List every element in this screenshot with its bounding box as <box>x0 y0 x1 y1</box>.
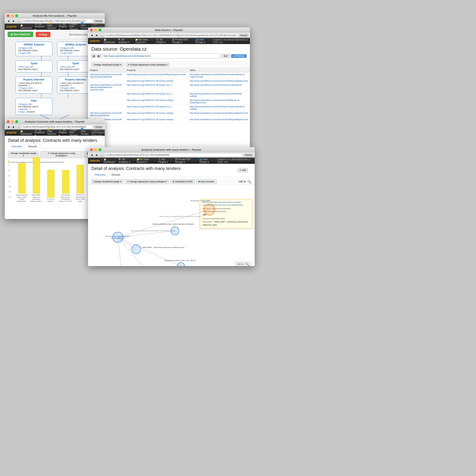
url-input-win2[interactable] <box>105 33 238 37</box>
home-button-win4[interactable]: ⌂ <box>100 153 104 157</box>
url-input-win4[interactable] <box>105 153 243 157</box>
home-button-win1[interactable]: ⌂ <box>17 19 21 23</box>
table-link-property[interactable]: http://www.w3.org/1999/02/22-rdf-syntax-… <box>127 105 172 108</box>
nav-datasources-win2[interactable]: 📁 My Data Sources ▾ <box>135 38 153 44</box>
pipeline-box-propsel1[interactable]: Property Selection • Select type and lab… <box>16 77 52 94</box>
pipeline-box-filter[interactable]: Filter • Property URI : http://dbpedia.o… <box>16 98 52 115</box>
graph-node-hub[interactable]: http://purl.org/procurement/public-contr… <box>112 232 123 243</box>
nav-usergroups-win1[interactable]: 👥 User Groups ▾ <box>81 21 88 32</box>
table-link-value[interactable]: http://www.openlinksw.com/schemas/virtrd… <box>190 80 248 82</box>
datasource-go-button[interactable]: Go! <box>221 54 230 58</box>
tab-results-win4[interactable]: Results <box>108 172 123 177</box>
reload-button-win2[interactable]: Reload <box>239 33 249 37</box>
bar[interactable] <box>47 170 55 198</box>
minimize-button-win3[interactable] <box>11 120 14 123</box>
back-button-win3[interactable]: ◀ <box>6 125 11 129</box>
maximize-button-win1[interactable] <box>15 14 18 17</box>
maximize-button-win4[interactable] <box>99 148 102 151</box>
graph-node-4[interactable] <box>177 262 185 266</box>
minimize-button-win4[interactable] <box>94 148 97 151</box>
nav-analyses-win3[interactable]: 🔍 My Analyses ▾ <box>35 129 45 136</box>
nav-dashboard-win2[interactable]: 🏠 Dashboard <box>103 38 115 44</box>
home-button-win2[interactable]: ⌂ <box>100 33 104 37</box>
minimize-button-win2[interactable] <box>94 29 97 32</box>
table-link-value[interactable]: http://www.openlinksw.com/schemas/virtrd… <box>190 99 240 104</box>
nav-dashboard-win3[interactable]: 🏠 Dashboard <box>20 130 32 135</box>
table-link-subject[interactable]: http://www.openlinksw.com/virtrdf-data-f… <box>90 112 122 117</box>
appearance-btn-win4[interactable]: ✦ Change appearance using ontologies ▾ <box>125 179 169 184</box>
nav-plugins-win1[interactable]: 🔌 My Plugins ▾ <box>59 23 67 31</box>
table-link-property[interactable]: http://www.w3.org/1999/02/22-rdf-syntax-… <box>127 112 173 114</box>
nav-rdf-win3[interactable]: 🗄 Private RDF Storage ▾ <box>69 126 78 139</box>
nav-rdf-win1[interactable]: 🗄 Private RDF Storage ▾ <box>69 20 78 33</box>
pipeline-box-typed1[interactable]: Typed • RDF Type URI : http://dbpedia.or… <box>16 60 52 72</box>
table-link-property[interactable]: http://www.w3.org/1999/02/22-rdf-syntax-… <box>127 118 173 121</box>
nav-analyses-win2[interactable]: 🔍 My Analyses ▾ <box>118 38 132 44</box>
nav-analyses-win1[interactable]: 🔍 My Analyses ▾ <box>35 23 45 31</box>
table-link-subject[interactable]: http://www.openlinksw.com/virtrdf-data-f… <box>90 84 122 91</box>
table-link-value[interactable]: http://www.openlinksw.com/schemas/virtrd… <box>190 112 248 114</box>
maximize-button-win2[interactable] <box>99 29 102 32</box>
table-link-value[interactable]: http://www.openlinksw.com/schemas/virtrd… <box>190 118 248 121</box>
back-button-win2[interactable]: ◀ <box>89 33 94 37</box>
table-link-property[interactable]: http://www.w3.org/1999/02/22-rdf-syntax-… <box>127 93 172 95</box>
table-link-value[interactable]: http://www.openlinksw.com/virtrdf-data-f… <box>190 73 245 78</box>
nav-rdf-win4[interactable]: 🗄 Private RDF Storage ▾ <box>175 158 197 163</box>
nav-dashboard-win1[interactable]: 🏠 Dashboard <box>20 24 32 29</box>
zoom-icon-badge[interactable]: 🔍 <box>245 262 249 266</box>
table-link-property[interactable]: http://www.w3.org/1999/02/22-rdf-syntax-… <box>127 84 172 86</box>
nav-usergroups-win2[interactable]: 👥 User Groups ▾ <box>195 38 210 44</box>
table-link-subject[interactable]: http://www.openlinksw.com/virtrdf-data-f… <box>90 73 122 78</box>
pipeline-box-endpoint1[interactable]: SPARQL Endpoint • Endpoint URL : http://… <box>16 42 52 56</box>
nav-datasources-win1[interactable]: 📁 My Data Sources ▾ <box>47 21 56 32</box>
appearance-button-win2[interactable]: ✦ Change appearance using ontologies ▾ <box>125 63 170 67</box>
ds-back-btn[interactable]: ◀ <box>91 54 96 58</box>
nav-plugins-win2[interactable]: 🔌 My Plugins ▾ <box>156 38 169 44</box>
ds-forward-btn[interactable]: ▶ <box>97 54 101 58</box>
forward-button-win1[interactable]: ▶ <box>11 19 16 23</box>
bar[interactable] <box>76 165 84 194</box>
table-link-value[interactable]: http://www.openlinksw.com/virtrdf-data-f… <box>190 105 245 110</box>
reload-button-win3[interactable]: Reload <box>94 125 103 129</box>
run-analysis-button[interactable]: ▶ Run Analysis <box>8 32 33 37</box>
home-button-win3[interactable]: ⌂ <box>17 125 21 129</box>
close-button-win1[interactable] <box>7 14 10 17</box>
bar[interactable] <box>18 163 26 194</box>
nav-plugins-win3[interactable]: 🔌 My Plugins ▾ <box>59 129 67 136</box>
bar[interactable] <box>33 157 40 194</box>
forward-button-win2[interactable]: ▶ <box>95 33 99 37</box>
nav-usergroups-win3[interactable]: 👥 User Groups ▾ <box>81 127 88 138</box>
table-link-property[interactable]: http://www.w3.org/1999/02/22-rdf-syntax-… <box>127 99 173 102</box>
nav-usergroups-win4[interactable]: 👥 User Groups ▾ <box>199 158 214 163</box>
reload-button-win1[interactable]: Reload <box>94 19 103 23</box>
forward-button-win3[interactable]: ▶ <box>11 125 16 129</box>
tab-overview-win3[interactable]: Overview <box>8 144 25 149</box>
zoom-in-icon[interactable]: 🔍 <box>247 180 251 184</box>
table-link-property[interactable]: http://www.w3.org/1999/02/22-rdf-syntax-… <box>127 80 173 82</box>
back-button-win4[interactable]: ◀ <box>89 153 94 157</box>
nav-datasources-win3[interactable]: 📁 My Data Sources ▾ <box>47 127 56 138</box>
reload-button-win4[interactable]: Reload <box>244 153 253 157</box>
forward-button-win4[interactable]: ▶ <box>95 153 99 157</box>
table-link-value[interactable]: http://www.openlinksw.com/virtrdf-data-f… <box>190 93 242 97</box>
close-button-win2[interactable] <box>90 29 93 32</box>
minimize-button-win1[interactable] <box>11 14 14 17</box>
tab-overview-win4[interactable]: Overview <box>91 172 108 177</box>
appearance-btn-win3[interactable]: ✦ Change appearance using ontologies ▾ <box>40 151 83 158</box>
tab-results-win3[interactable]: Results <box>25 144 40 149</box>
back-button-win1[interactable]: ◀ <box>6 19 11 23</box>
table-link-property[interactable]: http://www.openlinksw.com/schemas/virtrd… <box>127 73 186 76</box>
graph-node-3[interactable] <box>131 244 141 254</box>
nav-plugins-win4[interactable]: 🔌 My Plugins ▾ <box>158 158 172 163</box>
nav-datasources-win4[interactable]: 📁 My Data Sources ▾ <box>136 158 156 163</box>
nav-rdf-win2[interactable]: 🗄 Private RDF Storage ▾ <box>172 38 192 44</box>
graph-node-1[interactable] <box>204 204 215 215</box>
viz-plugin-btn-win4[interactable]: Change visualization plugin ▾ <box>91 179 123 184</box>
nav-dashboard-win4[interactable]: 🏠 Dashboard <box>103 158 116 163</box>
maximize-button-win3[interactable] <box>15 120 18 123</box>
datasource-url-input[interactable] <box>102 53 220 59</box>
nav-analyses-win4[interactable]: 🔍 My Analyses ▾ <box>119 158 134 163</box>
bar[interactable] <box>62 170 69 194</box>
close-button-win3[interactable] <box>7 120 10 123</box>
close-button-win4[interactable] <box>90 148 93 151</box>
